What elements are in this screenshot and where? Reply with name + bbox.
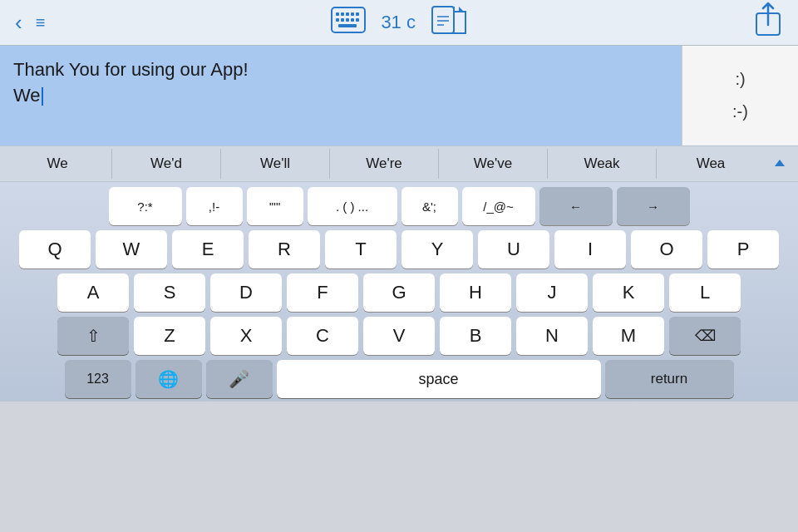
autocomplete-bar: We We'd We'll We're We've Weak Wea — [0, 145, 798, 182]
key-globe[interactable]: 🌐 — [135, 360, 202, 398]
text-area-wrapper: Thank You for using our App! We :) :-) — [0, 46, 798, 145]
toolbar-left: ‹ ≡ — [15, 10, 45, 36]
key-M[interactable]: M — [593, 317, 664, 355]
key-D[interactable]: D — [210, 273, 282, 312]
toolbar-right — [753, 2, 783, 44]
row-zxcv: ⇧ Z X C V B N M ⌫ — [3, 317, 795, 355]
key-symbols4[interactable]: . ( ) ... — [308, 187, 397, 225]
key-X[interactable]: X — [210, 317, 282, 355]
svg-rect-6 — [336, 18, 339, 22]
key-C[interactable]: C — [287, 317, 358, 355]
key-symbols5[interactable]: &'; — [401, 187, 458, 225]
key-shift[interactable]: ⇧ — [57, 317, 129, 355]
keyboard-icon[interactable] — [331, 7, 366, 38]
text-line2: We — [13, 83, 668, 109]
autocomplete-item-6[interactable]: Wea — [657, 149, 765, 179]
key-V[interactable]: V — [363, 317, 435, 355]
autocomplete-expand-arrow[interactable] — [765, 157, 795, 170]
key-G[interactable]: G — [363, 273, 435, 312]
emoji-smile-alt[interactable]: :-) — [722, 99, 758, 125]
key-Y[interactable]: Y — [401, 230, 473, 268]
key-N[interactable]: N — [516, 317, 588, 355]
key-Z[interactable]: Z — [134, 317, 205, 355]
svg-rect-3 — [346, 12, 349, 16]
key-space[interactable]: space — [277, 360, 601, 398]
key-H[interactable]: H — [440, 273, 511, 312]
key-S[interactable]: S — [134, 273, 205, 312]
svg-rect-11 — [338, 24, 357, 27]
key-I[interactable]: I — [554, 230, 626, 268]
list-icon[interactable]: ≡ — [36, 13, 46, 32]
autocomplete-item-0[interactable]: We — [3, 149, 112, 179]
key-backspace-special[interactable]: ← — [539, 187, 613, 225]
autocomplete-item-1[interactable]: We'd — [112, 149, 221, 179]
key-return[interactable]: return — [605, 360, 734, 398]
paste-icon[interactable] — [431, 5, 467, 40]
emoji-smile[interactable]: :) — [725, 66, 755, 92]
toolbar: ‹ ≡ 31 c — [0, 0, 798, 46]
key-E[interactable]: E — [172, 230, 244, 268]
row-qwerty: Q W E R T Y U I O P — [3, 230, 795, 268]
key-F[interactable]: F — [287, 273, 358, 312]
key-mic[interactable]: 🎤 — [206, 360, 273, 398]
key-P[interactable]: P — [707, 230, 779, 268]
svg-rect-1 — [336, 12, 339, 16]
key-U[interactable]: U — [478, 230, 549, 268]
svg-rect-10 — [356, 18, 359, 22]
character-count: 31 c — [381, 12, 416, 33]
key-symbols3[interactable]: '"" — [247, 187, 303, 225]
key-forward-special[interactable]: → — [617, 187, 690, 225]
keyboard: ?:* ,!- '"" . ( ) ... &'; /_@~ ← → Q W E… — [0, 182, 798, 401]
autocomplete-item-5[interactable]: Weak — [548, 149, 657, 179]
row-asdf: A S D F G H J K L — [3, 273, 795, 312]
svg-rect-4 — [351, 12, 354, 16]
key-T[interactable]: T — [325, 230, 397, 268]
svg-rect-5 — [356, 12, 359, 16]
key-W[interactable]: W — [96, 230, 167, 268]
back-icon[interactable]: ‹ — [15, 10, 22, 36]
toolbar-center: 31 c — [331, 5, 467, 40]
svg-rect-12 — [432, 7, 454, 33]
key-Q[interactable]: Q — [19, 230, 91, 268]
autocomplete-item-2[interactable]: We'll — [221, 149, 330, 179]
key-symbols1[interactable]: ?:* — [109, 187, 182, 225]
text-line1: Thank You for using our App! — [13, 57, 668, 83]
text-content[interactable]: Thank You for using our App! We — [0, 46, 682, 145]
key-num[interactable]: 123 — [65, 360, 131, 398]
share-icon[interactable] — [753, 2, 783, 44]
key-symbols2[interactable]: ,!- — [186, 187, 243, 225]
key-delete[interactable]: ⌫ — [669, 317, 741, 355]
key-symbols6[interactable]: /_@~ — [462, 187, 535, 225]
autocomplete-item-4[interactable]: We've — [439, 149, 548, 179]
emoji-panel: :) :-) — [682, 46, 798, 145]
key-B[interactable]: B — [440, 317, 511, 355]
cursor — [42, 87, 43, 106]
svg-rect-7 — [341, 18, 344, 22]
special-keys-row: ?:* ,!- '"" . ( ) ... &'; /_@~ ← → — [3, 187, 795, 225]
svg-rect-9 — [351, 18, 354, 22]
autocomplete-item-3[interactable]: We're — [330, 149, 439, 179]
key-K[interactable]: K — [593, 273, 664, 312]
key-R[interactable]: R — [249, 230, 320, 268]
key-A[interactable]: A — [57, 273, 129, 312]
key-O[interactable]: O — [631, 230, 702, 268]
key-J[interactable]: J — [516, 273, 588, 312]
key-L[interactable]: L — [669, 273, 741, 312]
row-bottom: 123 🌐 🎤 space return — [3, 360, 795, 398]
svg-rect-8 — [346, 18, 349, 22]
svg-rect-2 — [341, 12, 344, 16]
